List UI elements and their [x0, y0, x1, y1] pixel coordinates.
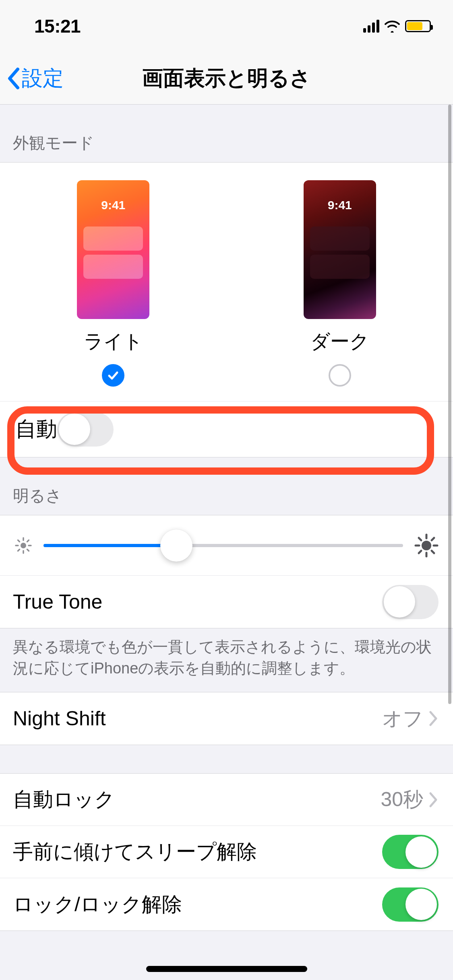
preview-time: 9:41 [304, 198, 376, 212]
preview-dark-icon: 9:41 [304, 180, 376, 319]
battery-icon [405, 20, 431, 32]
page-title: 画面表示と明るさ [0, 64, 453, 93]
raise-to-wake-cell: 手前に傾けてスリープ解除 [0, 826, 453, 878]
section-header-appearance: 外観モード [0, 105, 453, 162]
cellular-icon [363, 20, 379, 33]
dark-radio[interactable] [329, 364, 351, 387]
lock-group: 自動ロック 30秒 手前に傾けてスリープ解除 ロック/ロック解除 [0, 773, 453, 931]
raise-to-wake-toggle[interactable] [382, 835, 439, 869]
dark-label: ダーク [310, 329, 369, 354]
nightshift-group: Night Shift オフ [0, 692, 453, 745]
lock-unlock-toggle[interactable] [382, 887, 439, 922]
appearance-option-light[interactable]: 9:41 ライト [77, 180, 149, 387]
appearance-group: 9:41 ライト 9:41 ダーク 自動 [0, 162, 453, 457]
svg-line-7 [27, 540, 29, 541]
nightshift-label: Night Shift [13, 707, 106, 730]
checkmark-icon [107, 369, 120, 382]
svg-line-8 [18, 549, 20, 551]
chevron-right-icon [429, 792, 439, 808]
auto-appearance-cell: 自動 [0, 401, 453, 457]
svg-line-5 [18, 540, 20, 541]
scroll-indicator [448, 105, 451, 704]
status-time: 15:21 [34, 15, 81, 37]
sun-max-icon [414, 533, 439, 558]
light-label: ライト [84, 329, 143, 354]
nightshift-cell[interactable]: Night Shift オフ [0, 692, 453, 745]
preview-light-icon: 9:41 [77, 180, 149, 319]
svg-point-0 [21, 543, 26, 548]
svg-line-15 [432, 551, 434, 553]
brightness-slider[interactable] [43, 544, 403, 547]
status-icons [363, 20, 431, 33]
section-header-brightness: 明るさ [0, 457, 453, 515]
chevron-right-icon [429, 710, 439, 727]
nightshift-value: オフ [382, 705, 423, 732]
home-indicator [146, 966, 307, 972]
brightness-slider-cell [0, 515, 453, 576]
appearance-options: 9:41 ライト 9:41 ダーク [0, 163, 453, 401]
truetone-cell: True Tone [0, 576, 453, 628]
raise-label: 手前に傾けてスリープ解除 [13, 838, 257, 865]
sun-min-icon [14, 537, 32, 554]
appearance-option-dark[interactable]: 9:41 ダーク [304, 180, 376, 387]
autolock-cell[interactable]: 自動ロック 30秒 [0, 774, 453, 826]
wifi-icon [384, 20, 400, 33]
truetone-label: True Tone [13, 590, 102, 614]
svg-line-17 [419, 551, 421, 553]
preview-time: 9:41 [77, 198, 149, 212]
svg-line-16 [432, 538, 434, 540]
truetone-toggle[interactable] [382, 585, 439, 619]
lock-unlock-cell: ロック/ロック解除 [0, 878, 453, 931]
light-radio[interactable] [102, 364, 124, 387]
status-bar: 15:21 [0, 0, 453, 52]
svg-line-6 [27, 549, 29, 551]
svg-point-9 [422, 541, 431, 550]
auto-appearance-toggle[interactable] [57, 412, 114, 447]
brightness-group: True Tone [0, 515, 453, 628]
auto-label: 自動 [15, 415, 57, 443]
autolock-label: 自動ロック [13, 786, 115, 813]
truetone-footer: 異なる環境でも色が一貫して表示されるように、環境光の状況に応じてiPhoneの表… [0, 628, 453, 692]
lock-label: ロック/ロック解除 [13, 891, 182, 918]
nav-bar: 設定 画面表示と明るさ [0, 52, 453, 105]
autolock-value: 30秒 [381, 786, 423, 813]
svg-line-14 [419, 538, 421, 540]
